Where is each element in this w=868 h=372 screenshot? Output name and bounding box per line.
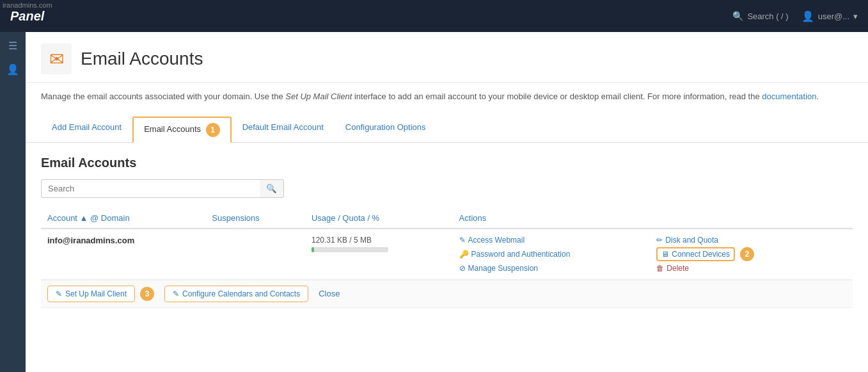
manage-suspension-link[interactable]: ⊘ Manage Suspension xyxy=(459,264,649,273)
account-email: info@iranadmins.com xyxy=(47,236,134,245)
table-row: info@iranadmins.com 120.31 KB / 5 MB xyxy=(41,229,853,280)
desc-doc-suffix: . xyxy=(817,92,819,101)
page-header: ✉ Email Accounts xyxy=(26,32,868,83)
usage-cell: 120.31 KB / 5 MB xyxy=(305,229,453,280)
device-icon: 🖥 xyxy=(661,250,669,259)
setup-mail-icon: ✎ xyxy=(56,289,62,298)
section-title: Email Accounts xyxy=(41,156,853,170)
search-icon: 🔍 xyxy=(732,11,743,21)
disk-quota-link[interactable]: ✏ Disk and Quota xyxy=(656,236,846,245)
main-content: ✉ Email Accounts Manage the email accoun… xyxy=(26,32,868,372)
user-label: user@... xyxy=(818,12,849,21)
site-label: iranadmins.com xyxy=(3,1,52,9)
usage-bar xyxy=(312,247,388,252)
connect-devices-link[interactable]: 🖥 Connect Devices xyxy=(656,247,735,261)
search-bar: 🔍 xyxy=(41,179,284,198)
page-title: Email Accounts xyxy=(81,49,203,69)
tab-add-email[interactable]: Add Email Account xyxy=(41,117,132,143)
tab-default-email[interactable]: Default Email Account xyxy=(232,117,335,143)
user-icon: 👤 xyxy=(801,10,814,22)
usage-text: 120.31 KB / 5 MB xyxy=(312,236,446,245)
desc-prefix: Manage the email accounts associated wit… xyxy=(41,92,285,101)
page-icon: ✉ xyxy=(41,44,72,74)
tab-config-options[interactable]: Configuration Options xyxy=(335,117,437,143)
user-menu[interactable]: 👤 user@... ▾ xyxy=(801,10,858,22)
delete-link[interactable]: 🗑 Delete xyxy=(656,264,846,273)
col-actions: Actions xyxy=(453,208,853,229)
key-icon: 🔑 xyxy=(459,250,469,259)
topbar-right: 🔍 Search ( / ) 👤 user@... ▾ xyxy=(732,10,858,22)
row-actions-bar: ✎ Set Up Mail Client 3 ✎ Configure Calen… xyxy=(41,280,853,307)
col-suspensions: Suspensions xyxy=(205,208,305,229)
setup-mail-button[interactable]: ✎ Set Up Mail Client xyxy=(47,286,135,302)
webmail-icon: ✎ xyxy=(459,236,466,245)
topbar-search-label: Search ( / ) xyxy=(747,12,788,21)
calendar-icon: ✎ xyxy=(173,289,179,298)
tab-badge: 1 xyxy=(206,123,220,137)
close-link[interactable]: Close xyxy=(319,289,340,298)
usage-bar-fill xyxy=(312,247,314,252)
actions-cell: ✎ Access Webmail ✏ Disk and Quota 🔑 xyxy=(453,229,853,280)
delete-icon: 🗑 xyxy=(656,264,664,273)
panel-logo[interactable]: Panel xyxy=(10,9,44,24)
desc-suffix: interface to add an email account to you… xyxy=(352,92,759,101)
sidebar-menu-icon[interactable]: ☰ xyxy=(8,40,17,52)
configure-cal-button[interactable]: ✎ Configure Calendars and Contacts xyxy=(164,286,308,302)
expanded-row: ✎ Set Up Mail Client 3 ✎ Configure Calen… xyxy=(41,279,853,307)
disk-icon: ✏ xyxy=(656,236,663,245)
tab-content: Email Accounts 🔍 Account ▲ @ Domain Susp… xyxy=(26,143,868,321)
setup-badge: 3 xyxy=(140,287,154,301)
documentation-link[interactable]: documentation xyxy=(762,92,816,101)
search-input[interactable] xyxy=(41,179,260,198)
chevron-down-icon: ▾ xyxy=(853,12,858,21)
topbar: Panel 🔍 Search ( / ) 👤 user@... ▾ xyxy=(0,0,868,32)
sidebar-user-icon[interactable]: 👤 xyxy=(6,63,19,76)
page-description: Manage the email accounts associated wit… xyxy=(26,83,868,111)
tabs-bar: Add Email Account Email Accounts 1 Defau… xyxy=(26,117,868,143)
sidebar: ☰ 👤 xyxy=(0,32,26,372)
password-auth-link[interactable]: 🔑 Password and Authentication xyxy=(459,247,649,261)
desc-link-text: Set Up Mail Client xyxy=(285,92,352,101)
suspension-icon: ⊘ xyxy=(459,264,466,273)
col-usage: Usage / Quota / % xyxy=(305,208,453,229)
access-webmail-link[interactable]: ✎ Access Webmail xyxy=(459,236,649,245)
col-account[interactable]: Account ▲ @ Domain xyxy=(41,208,205,229)
suspensions-cell xyxy=(205,229,305,280)
accounts-table: Account ▲ @ Domain Suspensions Usage / Q… xyxy=(41,208,853,308)
search-button[interactable]: 🔍 xyxy=(260,179,284,198)
email-icon: ✉ xyxy=(49,49,64,70)
topbar-search[interactable]: 🔍 Search ( / ) xyxy=(732,11,788,21)
connect-badge: 2 xyxy=(740,247,754,261)
tab-email-accounts[interactable]: Email Accounts 1 xyxy=(132,117,232,143)
